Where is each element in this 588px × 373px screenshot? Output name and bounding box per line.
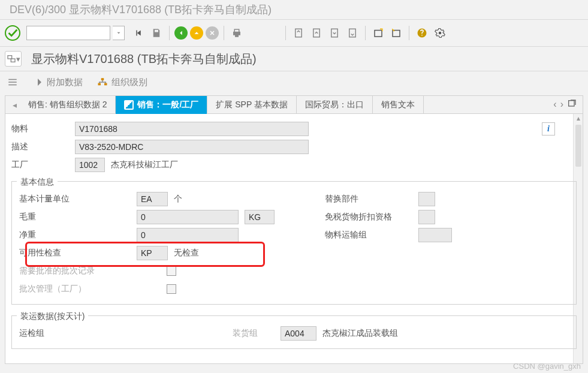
- svg-rect-6: [393, 31, 400, 37]
- menu-button[interactable]: [7, 77, 18, 88]
- page-first-icon: [291, 25, 306, 41]
- svg-rect-13: [101, 78, 104, 80]
- replace-part-value: [418, 192, 435, 206]
- scroll-thumb[interactable]: [575, 125, 581, 167]
- first-page-icon[interactable]: [131, 25, 146, 41]
- print-icon: [229, 25, 245, 41]
- shipping-group: 装运数据(按天计) 运检组 装货组 A004 杰克椒江成品装载组: [11, 315, 577, 349]
- new-session-icon[interactable]: [370, 25, 386, 41]
- save-icon: [149, 25, 164, 41]
- settings-icon[interactable]: [432, 25, 448, 41]
- cancel-button[interactable]: [206, 26, 219, 40]
- tabstrip: ◂ 销售: 销售组织数据 2 销售：一般/工厂 扩展 SPP 基本数据 国际贸易…: [5, 96, 583, 114]
- main-toolbar: [0, 20, 588, 46]
- object-services-icon[interactable]: ▾: [5, 51, 22, 67]
- svg-rect-3: [331, 29, 338, 37]
- batch-req-checkbox: [167, 266, 176, 276]
- avail-check-text: 无检查: [174, 248, 199, 258]
- tab-next-icon[interactable]: ›: [560, 99, 563, 111]
- uom-label: 基本计量单位: [17, 194, 137, 204]
- gross-weight-label: 毛重: [17, 212, 137, 222]
- ship-mid-label: 装货组: [233, 328, 281, 339]
- ship-left-label: 运检组: [17, 328, 137, 339]
- svg-rect-5: [375, 31, 382, 37]
- exit-button[interactable]: [190, 26, 203, 40]
- plant-label: 工厂: [9, 160, 75, 170]
- back-button[interactable]: [174, 26, 188, 40]
- help-icon[interactable]: [414, 25, 430, 41]
- enter-button[interactable]: [5, 25, 20, 41]
- page-down-icon: [327, 25, 342, 41]
- page-last-icon: [345, 25, 360, 41]
- watermark: CSDN @gavin_gxh: [513, 362, 581, 371]
- svg-rect-8: [8, 56, 12, 59]
- svg-rect-9: [11, 59, 15, 62]
- desc-value: V83-2520-MDRC: [75, 140, 309, 154]
- trans-group-value: [418, 228, 452, 242]
- org-levels-link[interactable]: 组织级别: [97, 77, 147, 88]
- batch-mgmt-checkbox: [167, 284, 176, 294]
- window-title: DEV(6)/300 显示物料V1701688 (TB拓卡奔马自制成品): [10, 2, 272, 17]
- plant-name: 杰克科技椒江工厂: [111, 160, 178, 170]
- svg-rect-14: [98, 83, 101, 86]
- duty-free-value: [418, 210, 435, 224]
- trans-group-label: 物料运输组: [322, 230, 418, 240]
- tab-sales-general-plant[interactable]: 销售：一般/工厂: [116, 96, 207, 114]
- scroll-up-icon[interactable]: ▴: [577, 114, 580, 124]
- tab-prev-icon[interactable]: ‹: [553, 99, 556, 111]
- svg-rect-16: [569, 100, 574, 106]
- batch-mgmt-label: 批次管理（工厂）: [17, 284, 137, 294]
- uom-text: 个: [174, 194, 182, 204]
- basic-info-group: 基本信息 基本计量单位 EA 个 毛重 0 KG 净重: [11, 181, 577, 305]
- command-input[interactable]: [26, 26, 110, 40]
- tab-scroll-indicator: ◂: [9, 100, 20, 110]
- tab-ext-spp[interactable]: 扩展 SPP 基本数据: [207, 96, 297, 114]
- basic-info-title: 基本信息: [17, 177, 58, 188]
- avail-check-label: 可用性检查: [17, 248, 137, 258]
- desc-label: 描述: [9, 142, 75, 152]
- duty-free-label: 免税货物折扣资格: [322, 212, 418, 222]
- svg-rect-12: [8, 85, 17, 86]
- replace-part-label: 替换部件: [322, 194, 418, 204]
- gross-weight-value: 0: [137, 210, 239, 224]
- find-icon: [247, 25, 263, 41]
- shipping-title: 装运数据(按天计): [17, 311, 88, 322]
- plant-value: 1002: [75, 158, 105, 172]
- uom-value: EA: [137, 192, 168, 206]
- page-up-icon: [309, 25, 324, 41]
- info-icon[interactable]: i: [542, 122, 555, 136]
- extra-data-label: 附加数据: [47, 77, 83, 88]
- tab-content: ▴ 物料 V1701688 i 描述 V83-2520-MDRC 工厂 1002…: [5, 114, 583, 364]
- svg-rect-2: [313, 29, 320, 37]
- ship-right-text: 杰克椒江成品装载组: [322, 328, 398, 339]
- command-dropdown[interactable]: [113, 26, 125, 40]
- svg-rect-11: [8, 82, 17, 83]
- batch-req-label: 需要批准的批次记录: [17, 266, 137, 276]
- page-title: 显示物料V1701688 (TB拓卡奔马自制成品): [31, 51, 257, 67]
- net-weight-label: 净重: [17, 230, 137, 240]
- material-value: V1701688: [75, 122, 309, 136]
- avail-check-value: KP: [137, 246, 168, 260]
- tab-sales-org-2[interactable]: 销售: 销售组织数据 2: [20, 96, 116, 114]
- net-weight-value: 0: [137, 228, 239, 242]
- svg-rect-10: [8, 79, 17, 80]
- tab-list-icon[interactable]: [567, 99, 577, 111]
- svg-point-7: [439, 32, 442, 35]
- extra-data-link[interactable]: 附加数据: [32, 77, 83, 88]
- tab-intl-trade-export[interactable]: 国际贸易：出口: [297, 96, 373, 114]
- material-label: 物料: [9, 124, 75, 134]
- svg-rect-15: [104, 83, 107, 86]
- tab-sales-text[interactable]: 销售文本: [373, 96, 424, 114]
- generate-shortcut-icon[interactable]: [388, 25, 404, 41]
- ship-mid-value: A004: [281, 326, 316, 341]
- org-levels-label: 组织级别: [111, 77, 147, 88]
- find-next-icon: [265, 25, 281, 41]
- weight-unit: KG: [245, 210, 275, 224]
